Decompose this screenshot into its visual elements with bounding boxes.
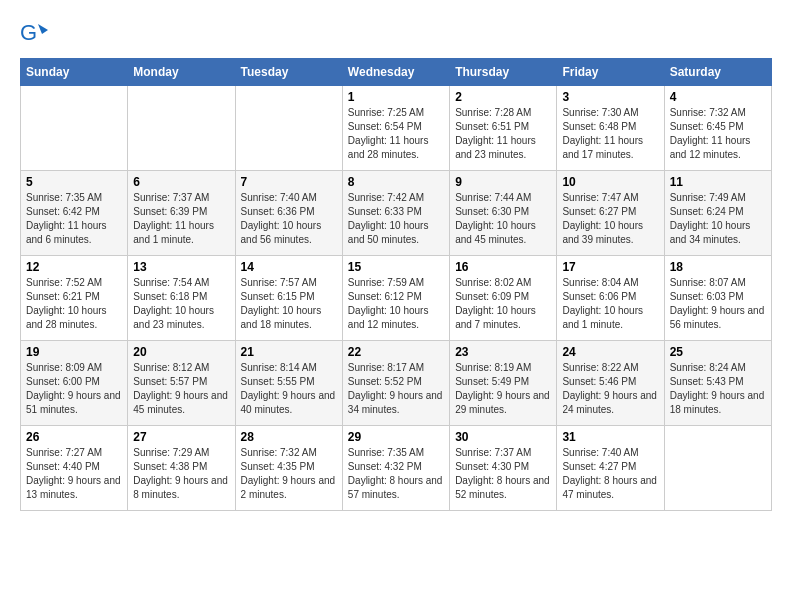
day-info: Sunrise: 7:32 AMSunset: 4:35 PMDaylight:… [241,446,337,502]
calendar-cell: 2Sunrise: 7:28 AMSunset: 6:51 PMDaylight… [450,86,557,171]
day-number: 28 [241,430,337,444]
day-info: Sunrise: 7:57 AMSunset: 6:15 PMDaylight:… [241,276,337,332]
weekday-header-saturday: Saturday [664,59,771,86]
calendar-cell: 19Sunrise: 8:09 AMSunset: 6:00 PMDayligh… [21,341,128,426]
weekday-header-tuesday: Tuesday [235,59,342,86]
calendar-cell: 4Sunrise: 7:32 AMSunset: 6:45 PMDaylight… [664,86,771,171]
calendar-cell: 27Sunrise: 7:29 AMSunset: 4:38 PMDayligh… [128,426,235,511]
day-number: 18 [670,260,766,274]
day-number: 10 [562,175,658,189]
day-info: Sunrise: 8:07 AMSunset: 6:03 PMDaylight:… [670,276,766,332]
calendar-cell: 3Sunrise: 7:30 AMSunset: 6:48 PMDaylight… [557,86,664,171]
weekday-header-wednesday: Wednesday [342,59,449,86]
calendar-cell: 18Sunrise: 8:07 AMSunset: 6:03 PMDayligh… [664,256,771,341]
day-number: 6 [133,175,229,189]
calendar-cell: 15Sunrise: 7:59 AMSunset: 6:12 PMDayligh… [342,256,449,341]
day-number: 19 [26,345,122,359]
day-number: 17 [562,260,658,274]
calendar-cell: 11Sunrise: 7:49 AMSunset: 6:24 PMDayligh… [664,171,771,256]
calendar-table: SundayMondayTuesdayWednesdayThursdayFrid… [20,58,772,511]
calendar-cell: 5Sunrise: 7:35 AMSunset: 6:42 PMDaylight… [21,171,128,256]
calendar-cell [21,86,128,171]
day-number: 27 [133,430,229,444]
day-info: Sunrise: 7:25 AMSunset: 6:54 PMDaylight:… [348,106,444,162]
day-info: Sunrise: 7:27 AMSunset: 4:40 PMDaylight:… [26,446,122,502]
calendar-cell: 7Sunrise: 7:40 AMSunset: 6:36 PMDaylight… [235,171,342,256]
day-number: 21 [241,345,337,359]
day-number: 29 [348,430,444,444]
day-info: Sunrise: 7:44 AMSunset: 6:30 PMDaylight:… [455,191,551,247]
calendar-cell [235,86,342,171]
day-number: 23 [455,345,551,359]
day-info: Sunrise: 7:37 AMSunset: 4:30 PMDaylight:… [455,446,551,502]
day-number: 13 [133,260,229,274]
calendar-cell: 30Sunrise: 7:37 AMSunset: 4:30 PMDayligh… [450,426,557,511]
calendar-cell: 10Sunrise: 7:47 AMSunset: 6:27 PMDayligh… [557,171,664,256]
weekday-header-sunday: Sunday [21,59,128,86]
calendar-cell: 25Sunrise: 8:24 AMSunset: 5:43 PMDayligh… [664,341,771,426]
day-number: 8 [348,175,444,189]
day-info: Sunrise: 7:28 AMSunset: 6:51 PMDaylight:… [455,106,551,162]
day-info: Sunrise: 7:35 AMSunset: 6:42 PMDaylight:… [26,191,122,247]
day-info: Sunrise: 8:09 AMSunset: 6:00 PMDaylight:… [26,361,122,417]
calendar-cell: 14Sunrise: 7:57 AMSunset: 6:15 PMDayligh… [235,256,342,341]
calendar-cell: 16Sunrise: 8:02 AMSunset: 6:09 PMDayligh… [450,256,557,341]
day-info: Sunrise: 7:37 AMSunset: 6:39 PMDaylight:… [133,191,229,247]
calendar-cell: 26Sunrise: 7:27 AMSunset: 4:40 PMDayligh… [21,426,128,511]
day-number: 31 [562,430,658,444]
logo: G [20,20,52,48]
day-number: 5 [26,175,122,189]
calendar-cell: 21Sunrise: 8:14 AMSunset: 5:55 PMDayligh… [235,341,342,426]
day-number: 14 [241,260,337,274]
calendar-cell: 24Sunrise: 8:22 AMSunset: 5:46 PMDayligh… [557,341,664,426]
day-info: Sunrise: 7:49 AMSunset: 6:24 PMDaylight:… [670,191,766,247]
calendar-cell: 12Sunrise: 7:52 AMSunset: 6:21 PMDayligh… [21,256,128,341]
weekday-header-thursday: Thursday [450,59,557,86]
day-number: 4 [670,90,766,104]
day-info: Sunrise: 8:22 AMSunset: 5:46 PMDaylight:… [562,361,658,417]
day-number: 15 [348,260,444,274]
calendar-cell: 29Sunrise: 7:35 AMSunset: 4:32 PMDayligh… [342,426,449,511]
day-number: 12 [26,260,122,274]
day-number: 26 [26,430,122,444]
day-info: Sunrise: 7:30 AMSunset: 6:48 PMDaylight:… [562,106,658,162]
calendar-cell: 1Sunrise: 7:25 AMSunset: 6:54 PMDaylight… [342,86,449,171]
day-info: Sunrise: 7:40 AMSunset: 6:36 PMDaylight:… [241,191,337,247]
logo-icon: G [20,20,48,48]
day-number: 24 [562,345,658,359]
calendar-cell: 23Sunrise: 8:19 AMSunset: 5:49 PMDayligh… [450,341,557,426]
day-info: Sunrise: 8:02 AMSunset: 6:09 PMDaylight:… [455,276,551,332]
day-info: Sunrise: 8:04 AMSunset: 6:06 PMDaylight:… [562,276,658,332]
day-number: 22 [348,345,444,359]
calendar-cell: 31Sunrise: 7:40 AMSunset: 4:27 PMDayligh… [557,426,664,511]
day-number: 16 [455,260,551,274]
day-info: Sunrise: 8:24 AMSunset: 5:43 PMDaylight:… [670,361,766,417]
day-number: 3 [562,90,658,104]
day-info: Sunrise: 7:42 AMSunset: 6:33 PMDaylight:… [348,191,444,247]
calendar-cell: 9Sunrise: 7:44 AMSunset: 6:30 PMDaylight… [450,171,557,256]
calendar-cell: 20Sunrise: 8:12 AMSunset: 5:57 PMDayligh… [128,341,235,426]
calendar-cell: 28Sunrise: 7:32 AMSunset: 4:35 PMDayligh… [235,426,342,511]
svg-text:G: G [20,20,37,45]
day-number: 7 [241,175,337,189]
day-info: Sunrise: 8:19 AMSunset: 5:49 PMDaylight:… [455,361,551,417]
day-info: Sunrise: 7:54 AMSunset: 6:18 PMDaylight:… [133,276,229,332]
calendar-cell: 6Sunrise: 7:37 AMSunset: 6:39 PMDaylight… [128,171,235,256]
day-info: Sunrise: 8:12 AMSunset: 5:57 PMDaylight:… [133,361,229,417]
day-info: Sunrise: 7:35 AMSunset: 4:32 PMDaylight:… [348,446,444,502]
day-number: 30 [455,430,551,444]
day-info: Sunrise: 8:14 AMSunset: 5:55 PMDaylight:… [241,361,337,417]
calendar-cell [128,86,235,171]
day-info: Sunrise: 7:59 AMSunset: 6:12 PMDaylight:… [348,276,444,332]
day-number: 1 [348,90,444,104]
day-number: 9 [455,175,551,189]
calendar-cell: 13Sunrise: 7:54 AMSunset: 6:18 PMDayligh… [128,256,235,341]
page-header: G [20,20,772,48]
day-info: Sunrise: 7:47 AMSunset: 6:27 PMDaylight:… [562,191,658,247]
day-info: Sunrise: 8:17 AMSunset: 5:52 PMDaylight:… [348,361,444,417]
weekday-header-monday: Monday [128,59,235,86]
day-number: 20 [133,345,229,359]
day-info: Sunrise: 7:32 AMSunset: 6:45 PMDaylight:… [670,106,766,162]
svg-marker-1 [38,24,48,34]
day-number: 2 [455,90,551,104]
